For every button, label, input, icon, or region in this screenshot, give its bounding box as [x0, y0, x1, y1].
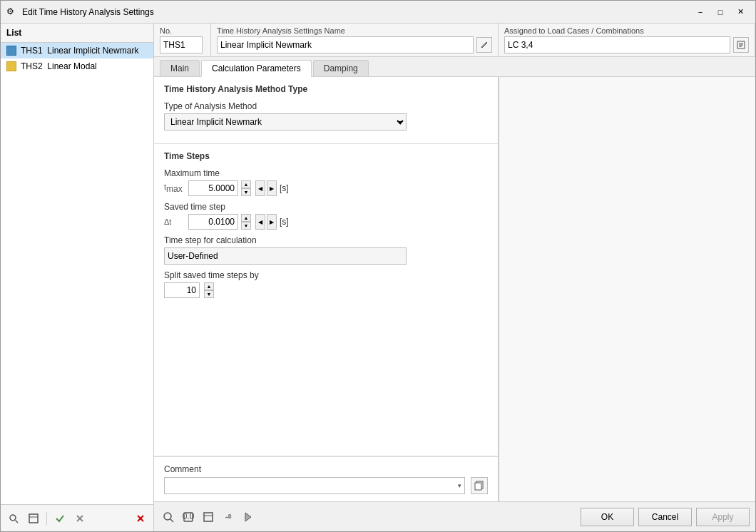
delete-icon — [136, 513, 145, 523]
calc-step-label: Time step for calculation — [164, 235, 488, 245]
name-input[interactable] — [217, 36, 474, 53]
delta-unit: [s] — [280, 217, 289, 227]
footer-settings-button[interactable] — [220, 508, 237, 526]
assigned-edit-button[interactable] — [733, 37, 749, 53]
calc-step-field: Time step for calculation — [164, 235, 488, 265]
footer-info-icon — [242, 511, 254, 523]
assigned-edit-icon — [737, 41, 745, 49]
footer-toolbar: 0.0 — [160, 508, 257, 526]
tabs-bar: Main Calculation Parameters Damping — [154, 57, 755, 77]
right-panel: No. Time History Analysis Settings Name … — [154, 24, 755, 531]
content-left: Time History Analysis Method Type Type o… — [154, 77, 499, 501]
calc-params-section: Time History Analysis Method Type Type o… — [154, 77, 498, 144]
delta-next-button[interactable]: ▶ — [267, 214, 277, 230]
tmax-down-button[interactable]: ▼ — [241, 188, 251, 196]
comment-section: Comment ▾ — [154, 456, 498, 501]
split-spinners: ▲ ▼ — [204, 282, 214, 298]
split-down-button[interactable]: ▼ — [204, 290, 214, 298]
content-right — [499, 77, 755, 501]
list-item-icon-ths2 — [6, 61, 16, 71]
tab-damping[interactable]: Damping — [313, 60, 369, 76]
comment-dropdown[interactable]: ▾ — [164, 477, 465, 494]
tab-main[interactable]: Main — [160, 60, 200, 76]
list-item-ths1[interactable]: THS1 Linear Implicit Newmark — [1, 43, 153, 58]
svg-text:0.0: 0.0 — [183, 511, 194, 521]
saved-time-label: Saved time step — [164, 202, 488, 212]
split-input[interactable] — [164, 282, 200, 298]
close-button[interactable]: ✕ — [731, 5, 750, 19]
copy-icon — [474, 481, 484, 491]
comment-dropdown-icon: ▾ — [458, 482, 461, 489]
tmax-nav: ◀ ▶ — [255, 180, 277, 196]
footer-search-button[interactable] — [160, 508, 177, 526]
title-bar: ⚙ Edit Time History Analysis Settings − … — [1, 1, 755, 24]
delta-down-button[interactable]: ▼ — [241, 222, 251, 230]
list-item-label-ths2: THS2 Linear Modal — [21, 61, 97, 71]
cancel-list-button[interactable] — [71, 510, 88, 527]
svg-line-15 — [170, 519, 173, 522]
no-input[interactable] — [160, 36, 203, 53]
max-time-label: Maximum time — [164, 168, 488, 178]
footer-num-button[interactable]: 0.0 — [180, 508, 197, 526]
confirm-button[interactable] — [51, 510, 68, 527]
window-title: Edit Time History Analysis Settings — [22, 7, 691, 17]
tab-content: Time History Analysis Method Type Type o… — [154, 77, 755, 501]
list-item-icon-ths1 — [6, 46, 16, 56]
tmax-unit: [s] — [280, 183, 289, 193]
tmax-next-button[interactable]: ▶ — [267, 180, 277, 196]
toolbar-separator — [46, 512, 47, 525]
window-controls: − □ ✕ — [691, 5, 750, 19]
name-input-row — [217, 36, 492, 53]
calc-step-input[interactable] — [164, 247, 407, 265]
search-icon — [9, 513, 19, 523]
split-field: Split saved time steps by ▲ ▼ — [164, 270, 488, 298]
cancel-button[interactable]: Cancel — [638, 508, 692, 526]
footer-search-icon — [163, 511, 174, 523]
max-time-field: Maximum time tmax ▲ ▼ ◀ ▶ — [164, 168, 488, 196]
footer-num-icon: 0.0 — [183, 511, 194, 523]
delta-row: Δt ▲ ▼ ◀ ▶ [s] — [164, 214, 488, 230]
svg-rect-2 — [29, 514, 38, 523]
split-row: ▲ ▼ — [164, 282, 488, 298]
svg-point-14 — [164, 513, 171, 520]
svg-rect-18 — [204, 513, 213, 521]
tmax-row: tmax ▲ ▼ ◀ ▶ [s] — [164, 180, 488, 196]
list-item-label-ths1: THS1 Linear Implicit Newmark — [21, 46, 138, 56]
svg-point-0 — [10, 515, 16, 521]
tmax-spinners: ▲ ▼ — [241, 180, 251, 196]
tmax-prev-button[interactable]: ◀ — [255, 180, 265, 196]
header-row: No. Time History Analysis Settings Name … — [154, 24, 755, 57]
view-button[interactable] — [25, 510, 42, 527]
assigned-label: Assigned to Load Cases / Combinations — [504, 26, 749, 35]
split-up-button[interactable]: ▲ — [204, 282, 214, 290]
maximize-button[interactable]: □ — [711, 5, 730, 19]
assigned-input[interactable] — [504, 36, 730, 53]
comment-input-row: ▾ — [164, 477, 488, 494]
list-item-ths2[interactable]: THS2 Linear Modal — [1, 58, 153, 74]
delta-label: Δt — [164, 218, 185, 226]
tmax-up-button[interactable]: ▲ — [241, 180, 251, 188]
delta-up-button[interactable]: ▲ — [241, 214, 251, 222]
footer-view-button[interactable] — [200, 508, 217, 526]
comment-copy-button[interactable] — [471, 477, 488, 494]
saved-time-field: Saved time step Δt ▲ ▼ ◀ ▶ — [164, 202, 488, 230]
search-button[interactable] — [5, 510, 22, 527]
tab-calc[interactable]: Calculation Parameters — [201, 60, 312, 77]
footer-info-button[interactable] — [240, 508, 257, 526]
footer-buttons: OK Cancel Apply — [581, 508, 750, 526]
delete-button[interactable] — [132, 510, 149, 527]
delta-prev-button[interactable]: ◀ — [255, 214, 265, 230]
assigned-input-row — [504, 36, 749, 53]
apply-button[interactable]: Apply — [696, 508, 750, 526]
edit-icon — [480, 41, 489, 49]
x-icon — [75, 513, 85, 523]
left-panel-toolbar — [1, 504, 153, 531]
type-select[interactable]: Linear Implicit Newmark Linear Modal — [164, 113, 407, 131]
delta-input[interactable] — [188, 214, 238, 230]
ok-button[interactable]: OK — [581, 508, 634, 526]
name-edit-button[interactable] — [476, 37, 492, 53]
footer-view-icon — [203, 511, 214, 523]
tmax-input[interactable] — [188, 180, 238, 196]
minimize-button[interactable]: − — [691, 5, 710, 19]
left-panel: List THS1 Linear Implicit Newmark THS2 L… — [1, 24, 154, 531]
